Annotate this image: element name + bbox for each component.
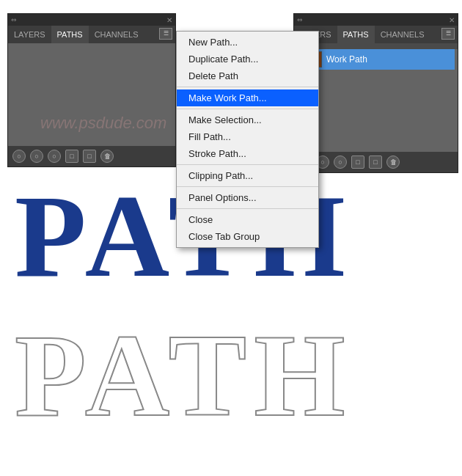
resize-icon-right: ⇔	[297, 16, 303, 23]
close-icon-right[interactable]: ✕	[449, 16, 455, 24]
work-path-label: Work Path	[326, 54, 367, 65]
panel-right-menu-button[interactable]: ☰	[441, 28, 455, 40]
menu-item-new-path[interactable]: New Path...	[177, 34, 318, 51]
menu-separator-4	[177, 186, 318, 187]
menu-separator-5	[177, 208, 318, 209]
footer-icon-trash[interactable]: 🗑	[100, 150, 114, 163]
panel-left-header: LAYERS PATHS CHANNELS ☰	[8, 26, 175, 43]
menu-item-make-work-path[interactable]: Make Work Path...	[177, 89, 318, 106]
footer-icon-r-square1[interactable]: □	[351, 155, 364, 169]
context-menu: New Path... Duplicate Path... Delete Pat…	[176, 31, 319, 248]
panel-left-menu-button[interactable]: ☰	[159, 28, 172, 40]
menu-item-close[interactable]: Close	[177, 211, 318, 228]
menu-item-stroke-path[interactable]: Stroke Path...	[177, 145, 318, 162]
menu-separator-3	[177, 164, 318, 165]
menu-item-duplicate-path[interactable]: Duplicate Path...	[177, 51, 318, 67]
menu-item-fill-path[interactable]: Fill Path...	[177, 128, 318, 145]
tab-channels-left[interactable]: CHANNELS	[89, 26, 144, 43]
menu-lines-icon: ☰	[164, 31, 169, 37]
menu-separator-2	[177, 109, 318, 109]
close-icon[interactable]: ✕	[166, 16, 172, 24]
footer-icon-circle1[interactable]: ○	[12, 150, 26, 163]
menu-item-panel-options[interactable]: Panel Options...	[177, 189, 318, 206]
footer-icon-r-trash[interactable]: 🗑	[386, 155, 400, 169]
menu-item-make-selection[interactable]: Make Selection...	[177, 111, 318, 128]
panel-left-topbar: ⇔ ✕	[8, 14, 175, 26]
menu-item-delete-path[interactable]: Delete Path	[177, 67, 318, 84]
panel-right-topbar: ⇔ ✕	[294, 14, 458, 26]
menu-item-close-tab-group[interactable]: Close Tab Group	[177, 228, 318, 245]
canvas-area: PATH PATH ⇔ ✕ LAYERS PATHS CHANNELS ☰ ○ …	[0, 0, 462, 476]
panel-left: ⇔ ✕ LAYERS PATHS CHANNELS ☰ ○ ○ ○ □ □ 🗑	[7, 13, 176, 167]
footer-icon-square1[interactable]: □	[65, 150, 78, 163]
panel-left-footer: ○ ○ ○ □ □ 🗑	[8, 146, 175, 166]
menu-item-clipping-path[interactable]: Clipping Path...	[177, 167, 318, 184]
work-path-row[interactable]: Work Path	[297, 49, 455, 70]
footer-icon-circle2[interactable]: ○	[30, 150, 43, 163]
footer-icon-r-square2[interactable]: □	[369, 155, 382, 169]
tab-paths-right[interactable]: PATHS	[337, 26, 375, 43]
menu-separator-1	[177, 87, 318, 87]
footer-icon-square2[interactable]: □	[83, 150, 96, 163]
footer-icon-r-circle3[interactable]: ○	[334, 155, 347, 169]
tab-channels-right[interactable]: CHANNELS	[375, 26, 430, 43]
resize-icon: ⇔	[11, 16, 17, 23]
tab-layers-left[interactable]: LAYERS	[8, 26, 51, 43]
path-text-outline: PATH	[15, 308, 353, 444]
footer-icon-circle3[interactable]: ○	[48, 150, 61, 163]
menu-lines-icon-right: ☰	[446, 31, 451, 37]
tab-paths-left[interactable]: PATHS	[51, 26, 89, 43]
panel-left-content	[8, 43, 175, 146]
